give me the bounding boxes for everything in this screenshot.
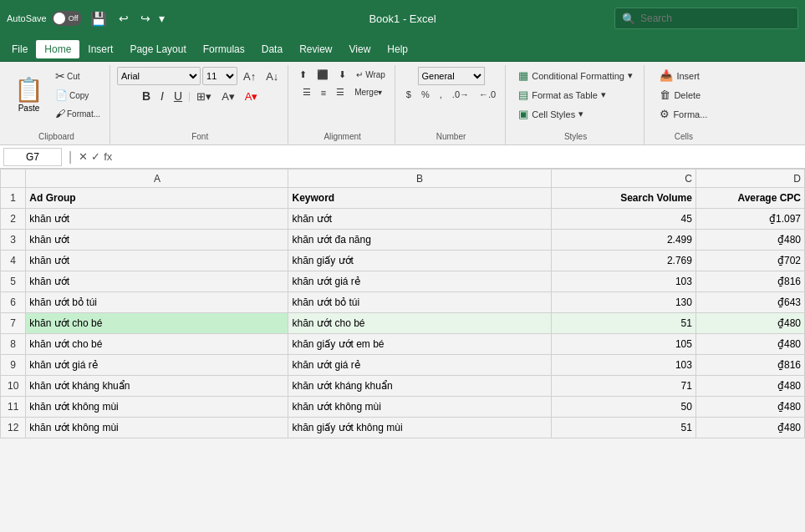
cell-c10[interactable]: 71 [551, 376, 695, 397]
cell-c7[interactable]: 51 [551, 313, 695, 334]
underline-button[interactable]: U [170, 87, 186, 105]
cell-d9[interactable]: ₫816 [695, 355, 804, 376]
cell-a12[interactable]: khăn ướt không mùi [26, 418, 288, 438]
format-painter-button[interactable]: 🖌Format... [51, 105, 104, 122]
menu-view[interactable]: View [341, 40, 380, 58]
cell-b8[interactable]: khăn giấy ướt em bé [288, 334, 551, 355]
cell-a8[interactable]: khăn ướt cho bé [26, 334, 288, 355]
cell-d6[interactable]: ₫643 [695, 292, 804, 313]
align-middle-button[interactable]: ⬛ [313, 67, 333, 83]
menu-insert[interactable]: Insert [79, 40, 121, 58]
number-format-select[interactable]: General [418, 67, 485, 85]
cell-d12[interactable]: ₫480 [695, 418, 804, 438]
menu-review[interactable]: Review [291, 40, 340, 58]
cell-a5[interactable]: khăn ướt [26, 271, 288, 292]
cell-b3[interactable]: khăn ướt đa năng [288, 230, 551, 251]
cell-c8[interactable]: 105 [551, 334, 695, 355]
cell-c12[interactable]: 51 [551, 418, 695, 438]
menu-page-layout[interactable]: Page Layout [121, 40, 194, 58]
cell-d1[interactable]: Average CPC [695, 188, 804, 209]
insert-cells-button[interactable]: 📥 Insert [654, 67, 713, 84]
merge-button[interactable]: Merge▾ [350, 85, 386, 99]
decrease-decimal-button[interactable]: ←.0 [475, 87, 500, 102]
col-header-a[interactable]: A [26, 170, 288, 188]
cell-b12[interactable]: khăn giấy ướt không mùi [288, 418, 551, 438]
cell-a4[interactable]: khăn ướt [26, 251, 288, 271]
percent-button[interactable]: % [417, 87, 434, 102]
cell-c1[interactable]: Search Volume [551, 188, 695, 209]
cell-a7[interactable]: khăn ướt cho bé [26, 313, 288, 334]
undo-button[interactable]: ↩ [115, 10, 132, 27]
font-size-select[interactable]: 11 [202, 67, 237, 85]
align-left-button[interactable]: ☰ [298, 84, 315, 100]
delete-cells-button[interactable]: 🗑 Delete [654, 86, 713, 104]
menu-help[interactable]: Help [379, 40, 416, 58]
cell-b10[interactable]: khăn ướt kháng khuẩn [288, 376, 551, 397]
align-center-button[interactable]: ≡ [317, 85, 330, 100]
cell-d2[interactable]: ₫1.097 [695, 209, 804, 230]
cell-b4[interactable]: khăn giấy ướt [288, 251, 551, 271]
cell-c6[interactable]: 130 [551, 292, 695, 313]
cell-c3[interactable]: 2.499 [551, 230, 695, 251]
cell-a10[interactable]: khăn ướt kháng khuẩn [26, 376, 288, 397]
cell-a3[interactable]: khăn ướt [26, 230, 288, 251]
font-name-select[interactable]: Arial [117, 67, 201, 85]
cell-d10[interactable]: ₫480 [695, 376, 804, 397]
paste-button[interactable]: 📋 Paste [8, 72, 49, 117]
cell-b1[interactable]: Keyword [288, 188, 551, 209]
menu-data[interactable]: Data [253, 40, 291, 58]
col-header-b[interactable]: B [288, 170, 551, 188]
border-button[interactable]: ⊞▾ [192, 88, 216, 105]
search-input[interactable] [640, 13, 791, 24]
col-header-c[interactable]: C [551, 170, 695, 188]
cancel-icon[interactable]: ✕ [79, 150, 88, 163]
cell-c11[interactable]: 50 [551, 397, 695, 418]
increase-decimal-button[interactable]: .0→ [448, 87, 473, 102]
comma-button[interactable]: , [436, 87, 446, 102]
insert-function-icon[interactable]: fx [104, 150, 112, 163]
cell-b9[interactable]: khăn ướt giá rẻ [288, 355, 551, 376]
cell-b6[interactable]: khăn ướt bỏ túi [288, 292, 551, 313]
menu-formulas[interactable]: Formulas [195, 40, 253, 58]
fill-color-button[interactable]: A▾ [217, 88, 239, 105]
cell-styles-button[interactable]: ▣ Cell Styles ▾ [512, 105, 639, 123]
cell-c2[interactable]: 45 [551, 209, 695, 230]
cell-a6[interactable]: khăn ướt bỏ túi [26, 292, 288, 313]
cell-a1[interactable]: Ad Group [26, 188, 288, 209]
cell-c9[interactable]: 103 [551, 355, 695, 376]
format-cells-button[interactable]: ⚙ Forma... [654, 105, 713, 123]
cell-d5[interactable]: ₫816 [695, 271, 804, 292]
cell-d7[interactable]: ₫480 [695, 313, 804, 334]
cell-d8[interactable]: ₫480 [695, 334, 804, 355]
align-bottom-button[interactable]: ⬇ [334, 67, 350, 83]
cell-b11[interactable]: khăn ướt không mùi [288, 397, 551, 418]
save-button[interactable]: 💾 [87, 9, 110, 28]
cell-b7[interactable]: khăn ướt cho bé [288, 313, 551, 334]
align-right-button[interactable]: ☰ [332, 84, 349, 100]
conditional-formatting-button[interactable]: ▦ Conditional Formatting ▾ [512, 67, 639, 84]
align-top-button[interactable]: ⬆ [295, 67, 311, 83]
cell-a11[interactable]: khăn ướt không mùi [26, 397, 288, 418]
cell-reference-box[interactable] [3, 148, 62, 166]
format-as-table-button[interactable]: ▤ Format as Table ▾ [512, 86, 639, 104]
cell-b5[interactable]: khăn ướt giá rẻ [288, 271, 551, 292]
italic-button[interactable]: I [156, 87, 168, 105]
bold-button[interactable]: B [138, 87, 155, 105]
wrap-text-button[interactable]: ↵ Wrap [352, 68, 390, 82]
copy-button[interactable]: 📄Copy [51, 87, 104, 104]
cell-d11[interactable]: ₫480 [695, 397, 804, 418]
autosave-toggle[interactable]: Off [52, 11, 82, 26]
menu-file[interactable]: File [3, 40, 36, 58]
increase-font-button[interactable]: A↑ [239, 68, 260, 85]
formula-input[interactable] [115, 148, 802, 166]
cell-b2[interactable]: khăn ướt [288, 209, 551, 230]
decrease-font-button[interactable]: A↓ [262, 68, 283, 85]
search-box[interactable]: 🔍 [614, 8, 798, 29]
menu-home[interactable]: Home [36, 40, 79, 58]
cell-d4[interactable]: ₫702 [695, 251, 804, 271]
confirm-icon[interactable]: ✓ [91, 150, 100, 163]
cell-a2[interactable]: khăn ướt [26, 209, 288, 230]
cell-a9[interactable]: khăn ướt giá rẻ [26, 355, 288, 376]
col-header-d[interactable]: D [695, 170, 804, 188]
cell-d3[interactable]: ₫480 [695, 230, 804, 251]
